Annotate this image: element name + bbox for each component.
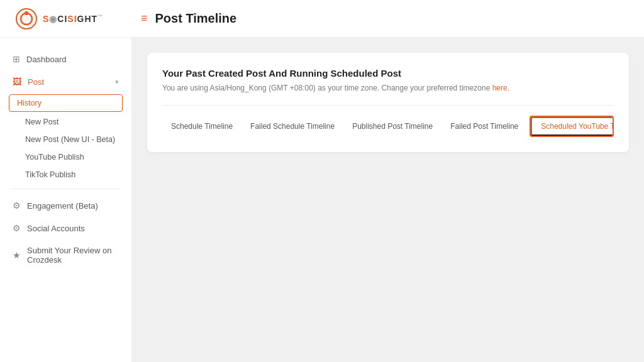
youtube-tab-group: Scheduled YouTube Timeline Published You… <box>530 116 614 137</box>
sidebar-item-engagement[interactable]: ⚙ Engagement (Beta) <box>0 194 131 217</box>
card-subtitle: You are using Asia/Hong_Kong (GMT +08:00… <box>162 84 614 92</box>
chevron-down-icon: ▾ <box>115 78 119 86</box>
sidebar: ⊞ Dashboard 🖼 Post ▾ History New Post Ne… <box>0 38 132 362</box>
hamburger-icon[interactable]: ≡ <box>141 12 148 25</box>
sidebar-item-post[interactable]: 🖼 Post ▾ <box>0 70 131 93</box>
top-bar: S◉CISIGHT™ ≡ Post Timeline <box>0 0 644 38</box>
content-area: Your Past Created Post And Running Sched… <box>132 38 644 362</box>
star-icon: ★ <box>13 250 21 260</box>
new-post-label: New Post <box>25 118 59 126</box>
post-submenu: History New Post New Post (New UI - Beta… <box>0 94 131 184</box>
submit-review-label: Submit Your Review on Crozdesk <box>27 246 119 265</box>
sidebar-sub-item-history[interactable]: History <box>9 94 123 112</box>
svg-rect-3 <box>25 11 28 15</box>
subtitle-text: You are using Asia/Hong_Kong (GMT +08:00… <box>162 84 490 92</box>
sidebar-sub-item-new-post-beta[interactable]: New Post (New UI - Beta) <box>0 131 131 148</box>
sidebar-item-submit-review[interactable]: ★ Submit Your Review on Crozdesk <box>0 239 131 271</box>
social-accounts-label: Social Accounts <box>27 224 85 233</box>
sidebar-item-social-accounts[interactable]: ⚙ Social Accounts <box>0 217 131 239</box>
dashboard-icon: ⊞ <box>13 54 20 64</box>
logo-text: S◉CISIGHT™ <box>43 14 103 24</box>
logo-icon <box>15 8 38 30</box>
page-title: Post Timeline <box>155 11 237 26</box>
new-post-beta-label: New Post (New UI - Beta) <box>25 135 115 144</box>
tab-schedule-timeline[interactable]: Schedule Timeline <box>162 118 242 134</box>
tiktok-publish-label: TikTok Publish <box>25 170 75 179</box>
engagement-label: Engagement (Beta) <box>27 201 98 211</box>
sidebar-divider <box>10 189 121 189</box>
sidebar-post-label: Post <box>28 77 44 87</box>
tab-failed-schedule-timeline[interactable]: Failed Schedule Timeline <box>242 118 343 134</box>
main-layout: ⊞ Dashboard 🖼 Post ▾ History New Post Ne… <box>0 38 644 362</box>
content-card: Your Past Created Post And Running Sched… <box>147 53 629 152</box>
subtitle-link[interactable]: here <box>492 84 508 92</box>
sidebar-sub-item-new-post[interactable]: New Post <box>0 113 131 131</box>
tab-published-post-timeline[interactable]: Published Post Timeline <box>343 118 441 134</box>
history-label: History <box>17 99 42 107</box>
sidebar-sub-item-youtube-publish[interactable]: YouTube Publish <box>0 148 131 166</box>
page-header: ≡ Post Timeline <box>141 11 629 26</box>
timeline-tabs: Schedule Timeline Failed Schedule Timeli… <box>162 105 614 137</box>
youtube-publish-label: YouTube Publish <box>25 153 84 162</box>
tab-scheduled-youtube-timeline[interactable]: Scheduled YouTube Timeline <box>531 117 614 136</box>
post-icon: 🖼 <box>13 77 21 87</box>
sidebar-item-label: Dashboard <box>26 55 67 64</box>
card-title: Your Past Created Post And Running Sched… <box>162 68 614 79</box>
sidebar-sub-item-tiktok-publish[interactable]: TikTok Publish <box>0 166 131 184</box>
sidebar-item-dashboard[interactable]: ⊞ Dashboard <box>0 48 131 70</box>
engagement-icon: ⚙ <box>13 200 21 211</box>
logo-area: S◉CISIGHT™ <box>15 8 141 30</box>
social-accounts-icon: ⚙ <box>13 223 21 233</box>
tab-failed-post-timeline[interactable]: Failed Post Timeline <box>441 118 527 134</box>
